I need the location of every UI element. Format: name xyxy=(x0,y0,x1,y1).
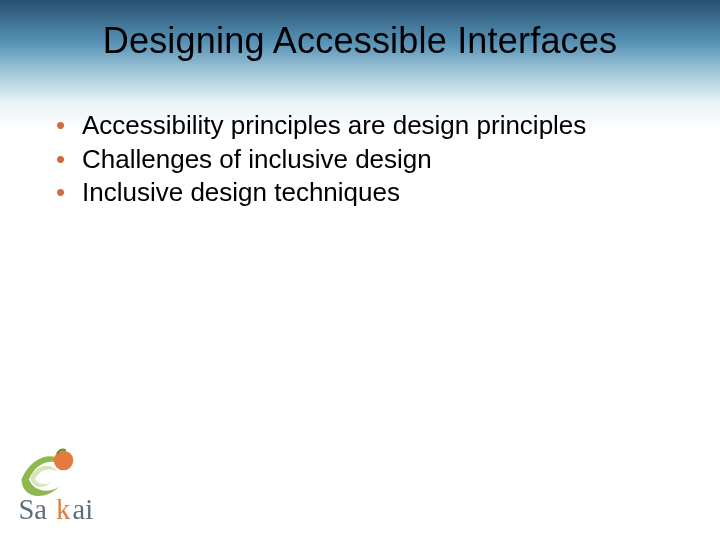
slide-title: Designing Accessible Interfaces xyxy=(0,20,720,62)
bullet-item: Inclusive design techniques xyxy=(54,177,660,209)
logo-text-ai: ai xyxy=(73,494,94,525)
bullet-item: Challenges of inclusive design xyxy=(54,144,660,176)
logo-text-k: k xyxy=(56,494,71,525)
slide-body: Accessibility principles are design prin… xyxy=(54,110,660,211)
logo-text-sa: Sa xyxy=(19,494,48,525)
sakai-logo: Sa k ai xyxy=(14,438,134,528)
bullet-item: Accessibility principles are design prin… xyxy=(54,110,660,142)
bullet-list: Accessibility principles are design prin… xyxy=(54,110,660,209)
sakai-logo-icon: Sa k ai xyxy=(14,438,134,528)
slide: Designing Accessible Interfaces Accessib… xyxy=(0,0,720,540)
